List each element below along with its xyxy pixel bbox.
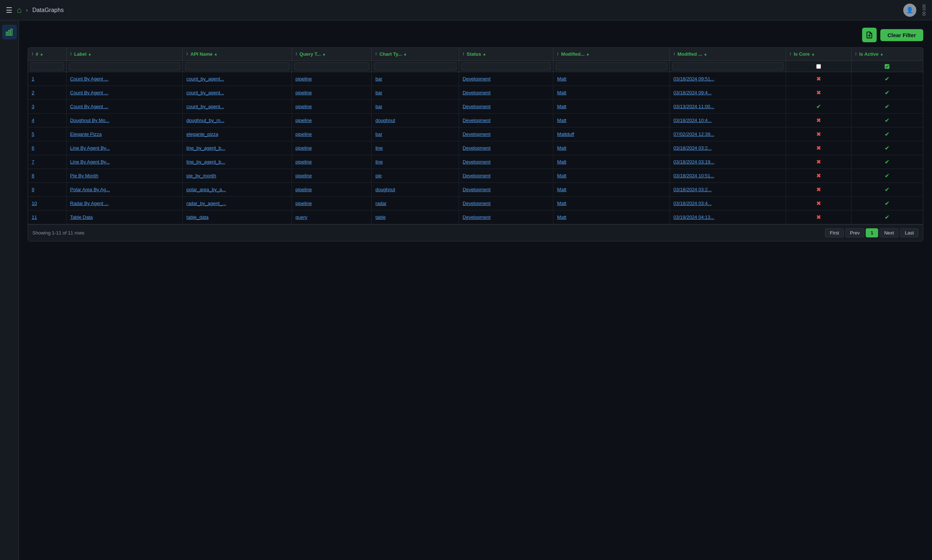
col-header-api[interactable]: ⁝ API Name ▲: [183, 48, 292, 61]
row-query-link[interactable]: pipeline: [295, 131, 312, 137]
col-header-modified-date[interactable]: ⁝ Modified ... ▲: [669, 48, 786, 61]
row-status-link[interactable]: Development: [463, 159, 491, 165]
row-label-link[interactable]: Line By Agent By...: [70, 145, 110, 151]
row-modified-by-link[interactable]: Mattduff: [557, 131, 574, 137]
row-label-link[interactable]: Elegante Pizza: [70, 131, 102, 137]
row-api-link[interactable]: table_data: [186, 214, 209, 220]
row-chart-link[interactable]: bar: [375, 131, 382, 137]
menu-icon[interactable]: ☰: [6, 6, 12, 15]
row-query-link[interactable]: pipeline: [295, 76, 312, 82]
row-modified-date-link[interactable]: 03/18/2024 03:19...: [674, 159, 714, 165]
col-header-status[interactable]: ⁝ Status ▲: [459, 48, 554, 61]
row-num-link[interactable]: 5: [32, 131, 34, 137]
next-button[interactable]: Next: [880, 228, 899, 237]
row-api-link[interactable]: line_by_agent_b...: [186, 159, 225, 165]
row-modified-by-link[interactable]: Matt: [557, 118, 566, 123]
row-label-link[interactable]: Count By Agent ...: [70, 90, 109, 95]
row-api-link[interactable]: polar_area_by_a...: [186, 187, 226, 192]
row-label-link[interactable]: Table Data: [70, 214, 93, 220]
sidebar-charts-icon[interactable]: [2, 25, 17, 39]
col-header-num[interactable]: ⁝ # ▲: [28, 48, 66, 61]
row-modified-date-link[interactable]: 03/13/2024 11:00...: [674, 104, 714, 109]
row-chart-link[interactable]: bar: [375, 76, 382, 82]
row-num-link[interactable]: 2: [32, 90, 34, 95]
row-api-link[interactable]: count_by_agent...: [186, 104, 224, 109]
row-query-link[interactable]: pipeline: [295, 145, 312, 151]
filter-api-input[interactable]: [185, 62, 289, 70]
row-modified-date-link[interactable]: 03/18/2024 03:2...: [674, 145, 712, 151]
row-num-link[interactable]: 1: [32, 76, 34, 82]
row-num-link[interactable]: 11: [32, 214, 37, 220]
filter-label-input[interactable]: [69, 62, 180, 70]
row-chart-link[interactable]: radar: [375, 201, 386, 206]
row-query-link[interactable]: pipeline: [295, 159, 312, 165]
row-status-link[interactable]: Development: [463, 201, 491, 206]
row-api-link[interactable]: elegante_pizza: [186, 131, 218, 137]
col-header-is-core[interactable]: ⁝ Is Core ▲: [786, 48, 852, 61]
row-chart-link[interactable]: bar: [375, 104, 382, 109]
row-api-link[interactable]: doughnut_by_m...: [186, 118, 224, 123]
row-label-link[interactable]: Count By Agent ...: [70, 104, 109, 109]
row-status-link[interactable]: Development: [463, 187, 491, 192]
row-chart-link[interactable]: bar: [375, 90, 382, 95]
row-query-link[interactable]: pipeline: [295, 118, 312, 123]
filter-is-active-checkbox[interactable]: [885, 64, 889, 69]
row-modified-date-link[interactable]: 03/18/2024 03:4...: [674, 201, 712, 206]
row-status-link[interactable]: Development: [463, 76, 491, 82]
row-modified-date-link[interactable]: 03/18/2024 09:4...: [674, 90, 712, 95]
row-num-link[interactable]: 7: [32, 159, 34, 165]
row-query-link[interactable]: pipeline: [295, 173, 312, 178]
row-modified-date-link[interactable]: 03/19/2024 04:13...: [674, 214, 714, 220]
row-status-link[interactable]: Development: [463, 214, 491, 220]
row-query-link[interactable]: query: [295, 214, 308, 220]
row-status-link[interactable]: Development: [463, 118, 491, 123]
row-chart-link[interactable]: doughnut: [375, 187, 395, 192]
row-modified-by-link[interactable]: Matt: [557, 187, 566, 192]
filter-num-input[interactable]: [30, 62, 64, 70]
row-status-link[interactable]: Development: [463, 104, 491, 109]
row-query-link[interactable]: pipeline: [295, 90, 312, 95]
row-modified-by-link[interactable]: Matt: [557, 201, 566, 206]
first-button[interactable]: First: [825, 228, 844, 237]
row-num-link[interactable]: 6: [32, 145, 34, 151]
filter-modified-by-input[interactable]: [555, 62, 667, 70]
row-chart-link[interactable]: pie: [375, 173, 381, 178]
row-status-link[interactable]: Development: [463, 145, 491, 151]
row-modified-by-link[interactable]: Matt: [557, 90, 566, 95]
row-query-link[interactable]: pipeline: [295, 201, 312, 206]
row-label-link[interactable]: Count By Agent ...: [70, 76, 109, 82]
row-modified-by-link[interactable]: Matt: [557, 76, 566, 82]
row-label-link[interactable]: Pie By Month: [70, 173, 98, 178]
home-icon[interactable]: ⌂: [17, 5, 22, 15]
clear-filter-button[interactable]: Clear Filter: [880, 29, 923, 41]
row-chart-link[interactable]: line: [375, 145, 383, 151]
row-chart-link[interactable]: table: [375, 214, 386, 220]
filter-modified-date-input[interactable]: [672, 62, 783, 70]
row-modified-date-link[interactable]: 03/18/2024 10:4...: [674, 118, 712, 123]
row-modified-by-link[interactable]: Matt: [557, 104, 566, 109]
row-modified-by-link[interactable]: Matt: [557, 159, 566, 165]
row-chart-link[interactable]: line: [375, 159, 383, 165]
row-query-link[interactable]: pipeline: [295, 187, 312, 192]
last-button[interactable]: Last: [900, 228, 918, 237]
row-modified-by-link[interactable]: Matt: [557, 145, 566, 151]
row-num-link[interactable]: 3: [32, 104, 34, 109]
row-label-link[interactable]: Polar Area By Ag...: [70, 187, 110, 192]
row-api-link[interactable]: count_by_agent...: [186, 76, 224, 82]
row-modified-date-link[interactable]: 03/18/2024 10:51...: [674, 173, 714, 178]
row-api-link[interactable]: radar_by_agent_...: [186, 201, 226, 206]
row-api-link[interactable]: line_by_agent_b...: [186, 145, 225, 151]
row-modified-date-link[interactable]: 07/02/2024 12:39...: [674, 131, 714, 137]
new-record-button[interactable]: [862, 28, 877, 42]
avatar[interactable]: 👤: [903, 4, 917, 17]
row-status-link[interactable]: Development: [463, 173, 491, 178]
col-header-label[interactable]: ⁝ Label ▲: [66, 48, 182, 61]
row-num-link[interactable]: 10: [32, 201, 37, 206]
col-header-query[interactable]: ⁝ Query T... ▲: [292, 48, 372, 61]
row-chart-link[interactable]: doughnut: [375, 118, 395, 123]
row-num-link[interactable]: 8: [32, 173, 34, 178]
row-label-link[interactable]: Doughnut By Mo...: [70, 118, 109, 123]
filter-is-core-checkbox[interactable]: [816, 64, 821, 69]
row-api-link[interactable]: count_by_agent...: [186, 90, 224, 95]
row-status-link[interactable]: Development: [463, 131, 491, 137]
